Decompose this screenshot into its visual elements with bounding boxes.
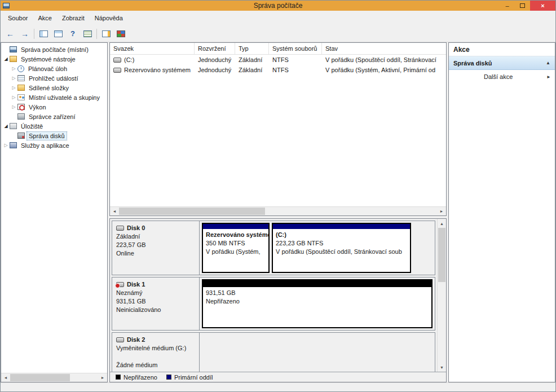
partition-system-reserved[interactable]: Rezervováno systémem 350 MB NTFS V pořád…: [202, 223, 270, 273]
tree-item-shared-folders[interactable]: Sdílené složky: [1, 83, 107, 93]
tree-item-system-tools[interactable]: Systémové nástroje: [1, 54, 107, 64]
collapsed-icon[interactable]: [10, 73, 17, 83]
computer-management-window: Správa počítače – × Soubor Akce Zobrazit…: [0, 0, 556, 392]
tree-item-label: Plánovač úloh: [27, 65, 69, 73]
center-pane: Svazek Rozvržení Typ Systém souborů Stav…: [109, 42, 447, 382]
column-header-layout[interactable]: Rozvržení: [195, 43, 235, 54]
tree-item-event-viewer[interactable]: Prohlížeč událostí: [1, 73, 107, 83]
scroll-left-icon[interactable]: [110, 207, 119, 215]
disk-name: Disk 2: [127, 336, 145, 344]
collapsed-icon[interactable]: [10, 64, 17, 73]
scroll-up-icon[interactable]: [438, 219, 446, 228]
column-header-filesystem[interactable]: Systém souborů: [269, 43, 322, 54]
disk-view-vertical-scrollbar[interactable]: [437, 219, 446, 372]
scrollbar-track[interactable]: [119, 207, 437, 215]
column-header-type[interactable]: Typ: [235, 43, 269, 54]
tree-item-disk-management[interactable]: Správa disků: [1, 131, 107, 140]
column-header-volume[interactable]: Svazek: [110, 43, 195, 54]
tree-item-device-manager[interactable]: Správce zařízení: [1, 112, 107, 121]
menu-file[interactable]: Soubor: [3, 12, 33, 24]
collapse-chevron-icon[interactable]: [546, 60, 550, 65]
menu-view[interactable]: Zobrazit: [57, 12, 90, 24]
volume-layout-cell: Jednoduchý: [195, 56, 235, 63]
disk-0-partitions: Rezervováno systémem 350 MB NTFS V pořád…: [200, 221, 435, 275]
tree-item-label: Místní uživatelé a skupiny: [27, 94, 102, 102]
menu-action[interactable]: Akce: [33, 12, 56, 24]
volume-name: (C:): [124, 56, 134, 63]
tree-item-services-applications[interactable]: Služby a aplikace: [1, 140, 107, 150]
forward-button[interactable]: →: [17, 27, 32, 41]
disk-management-icon: [17, 133, 25, 139]
volume-row-system-reserved[interactable]: Rezervováno systémem Jednoduchý Základní…: [110, 65, 446, 75]
partition-size: 931,51 GB: [206, 289, 429, 297]
tree-item-storage[interactable]: Úložiště: [1, 121, 107, 131]
maximize-button[interactable]: [515, 1, 530, 11]
actions-panel: Akce Správa disků Další akce: [448, 42, 555, 382]
disk-1-label[interactable]: Disk 1 Neznámý 931,51 GB Neinicializován…: [112, 278, 200, 330]
titlebar[interactable]: Správa počítače – ×: [1, 1, 555, 11]
partition-title: Rezervováno systémem: [206, 231, 266, 239]
collapsed-icon[interactable]: [10, 93, 17, 102]
collapsed-icon[interactable]: [2, 140, 10, 150]
scrollbar-track[interactable]: [10, 373, 98, 382]
volume-name: Rezervováno systémem: [124, 67, 191, 73]
disk-0-label[interactable]: Disk 0 Základní 223,57 GB Online: [112, 221, 200, 275]
tree-item-label: Sdílené složky: [27, 84, 70, 92]
toolbar: ← → ?: [1, 25, 555, 42]
scroll-down-icon[interactable]: [438, 363, 446, 372]
menubar: Soubor Akce Zobrazit Nápověda: [1, 11, 555, 25]
scrollbar-thumb[interactable]: [10, 374, 70, 381]
legend-label: Primární oddíl: [174, 374, 213, 381]
export-list-button[interactable]: [80, 27, 95, 41]
scrollbar-track[interactable]: [438, 228, 446, 363]
disk-1-row: Disk 1 Neznámý 931,51 GB Neinicializován…: [112, 277, 435, 331]
scroll-right-icon[interactable]: [98, 373, 107, 382]
help-button[interactable]: ?: [65, 27, 80, 41]
export-list-icon: [83, 30, 92, 37]
scrollbar-thumb[interactable]: [438, 228, 445, 282]
tree-item-computer-management[interactable]: Správa počítače (místní): [1, 45, 107, 54]
tree-item-local-users-groups[interactable]: Místní uživatelé a skupiny: [1, 93, 107, 102]
column-header-status[interactable]: Stav: [322, 43, 446, 54]
services-icon: [10, 142, 17, 148]
task-scheduler-icon: [17, 65, 24, 72]
disk-1-name-row: Disk 1: [116, 280, 195, 289]
unallocated-space[interactable]: 931,51 GB Nepřiřazeno: [202, 279, 433, 328]
back-button[interactable]: ←: [3, 27, 17, 41]
actions-section-disk-management[interactable]: Správa disků: [449, 56, 555, 70]
volume-list-horizontal-scrollbar[interactable]: [110, 206, 446, 215]
partition-c[interactable]: (C:) 223,23 GB NTFS V pořádku (Spouštěcí…: [272, 223, 411, 273]
volume-status-cell: V pořádku (Spouštěcí oddíl, Stránkovací: [322, 56, 446, 63]
properties-button[interactable]: [51, 27, 65, 41]
scroll-left-icon[interactable]: [1, 373, 10, 382]
expanded-icon[interactable]: [2, 54, 10, 64]
scroll-right-icon[interactable]: [437, 207, 446, 215]
collapsed-icon[interactable]: [10, 83, 17, 93]
expanded-icon[interactable]: [2, 121, 10, 131]
close-button[interactable]: ×: [530, 1, 555, 11]
show-console-tree-button[interactable]: [36, 27, 51, 41]
minimize-button[interactable]: –: [500, 1, 515, 11]
more-actions-item[interactable]: Další akce: [449, 70, 555, 83]
toolbar-separator: [34, 29, 34, 39]
partition-status: Nepřiřazeno: [206, 297, 429, 306]
primary-partition-strip: [273, 224, 410, 229]
menu-help[interactable]: Nápověda: [90, 12, 128, 24]
primary-partition-swatch: [166, 375, 171, 380]
tree-item-performance[interactable]: Výkon: [1, 102, 107, 112]
help-icon: ?: [70, 29, 75, 38]
tree-horizontal-scrollbar[interactable]: [1, 373, 107, 382]
collapsed-icon[interactable]: [10, 102, 17, 112]
disk-2-row: Disk 2 Vyměnitelné médium (G:) Žádné méd…: [112, 332, 435, 372]
partition-size: 223,23 GB NTFS: [276, 239, 407, 248]
disk-type: Základní: [116, 232, 195, 241]
disk-2-label[interactable]: Disk 2 Vyměnitelné médium (G:) Žádné méd…: [112, 333, 200, 372]
tree-item-task-scheduler[interactable]: Plánovač úloh: [1, 64, 107, 73]
show-action-pane-button[interactable]: [99, 27, 113, 41]
customize-view-button[interactable]: [113, 27, 128, 41]
volume-name-cell: (C:): [110, 56, 195, 63]
volume-type-cell: Základní: [235, 56, 269, 63]
disk-2-partitions[interactable]: [200, 333, 435, 372]
scrollbar-thumb[interactable]: [119, 208, 265, 215]
volume-row-c[interactable]: (C:) Jednoduchý Základní NTFS V pořádku …: [110, 55, 446, 65]
